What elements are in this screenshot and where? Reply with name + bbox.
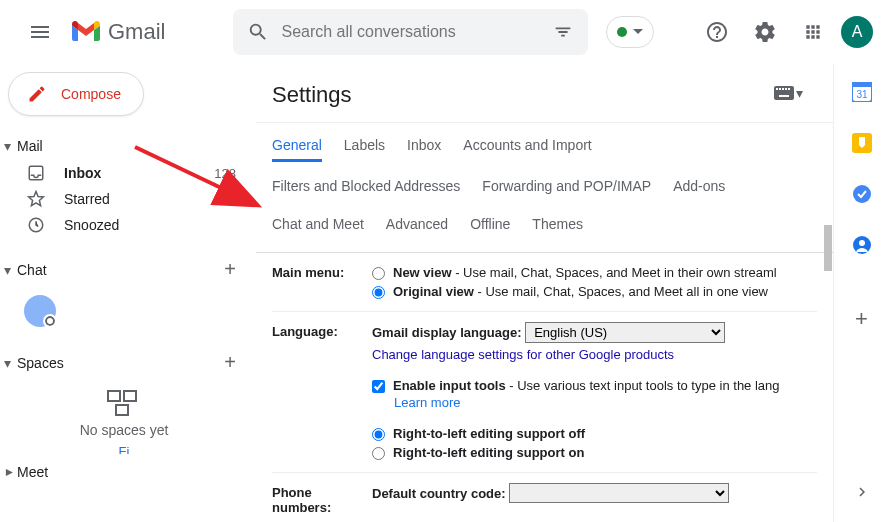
hamburger-icon [28,20,52,44]
tab-general[interactable]: General [272,137,322,162]
chevron-down-icon [633,27,643,37]
chat-contact-avatar[interactable] [24,295,56,327]
gmail-logo[interactable]: Gmail [72,19,165,45]
tab-inbox[interactable]: Inbox [407,137,441,162]
sidebar-item-snoozed[interactable]: Snoozed [0,212,248,238]
settings-button[interactable] [745,12,785,52]
radio-rtl-off[interactable] [372,428,385,441]
active-status-icon [617,27,627,37]
country-code-select[interactable] [509,483,729,503]
chevron-down-icon: ▾ [4,138,11,154]
checkbox-input-tools[interactable] [372,380,385,393]
calendar-app-icon[interactable]: 31 [852,82,872,105]
page-title: Settings [256,64,352,122]
tab-themes[interactable]: Themes [532,216,583,238]
radio-original-view[interactable] [372,286,385,299]
search-input[interactable] [281,23,540,41]
meet-section-header[interactable]: ▾ Meet [0,458,248,486]
svg-rect-6 [779,88,781,90]
sidebar-item-inbox[interactable]: Inbox 128 [0,160,248,186]
tab-offline[interactable]: Offline [470,216,510,238]
get-addons-button[interactable]: + [855,306,868,332]
tab-accounts[interactable]: Accounts and Import [463,137,591,162]
svg-rect-10 [779,95,789,97]
left-sidebar: Compose ▾ Mail Inbox 128 Starred Snoozed… [0,64,256,522]
google-apps-button[interactable] [793,12,833,52]
search-icon[interactable] [247,21,269,43]
learn-more-link[interactable]: Learn more [394,395,460,410]
gmail-icon [72,21,100,43]
setting-main-menu: Main menu: New view - Use mail, Chat, Sp… [272,253,817,312]
new-space-button[interactable]: + [224,351,236,374]
help-icon [705,20,729,44]
scrollbar-thumb[interactable] [824,225,832,271]
spaces-empty-state: No spaces yet Fi [0,380,248,454]
pencil-icon [27,84,47,104]
support-button[interactable] [697,12,737,52]
chat-section-header[interactable]: ▾ Chat + [0,252,248,287]
radio-new-view[interactable] [372,267,385,280]
tab-forwarding[interactable]: Forwarding and POP/IMAP [482,178,651,200]
change-language-link[interactable]: Change language settings for other Googl… [372,347,674,362]
tab-advanced[interactable]: Advanced [386,216,448,238]
main-menu-button[interactable] [16,8,64,56]
svg-rect-1 [108,391,120,401]
clock-icon [26,216,46,234]
gear-icon [753,20,777,44]
mail-section-header[interactable]: ▾ Mail [0,132,248,160]
input-tool-toggle[interactable]: ▾ [774,85,803,101]
spaces-section-header[interactable]: ▾ Spaces + [0,345,248,380]
svg-rect-8 [785,88,787,90]
svg-rect-5 [776,88,778,90]
compose-button[interactable]: Compose [8,72,144,116]
sidebar-item-starred[interactable]: Starred [0,186,248,212]
chevron-down-icon: ▾ [796,85,803,101]
keyboard-icon [774,86,794,100]
spaces-icon [0,390,248,416]
tab-filters[interactable]: Filters and Blocked Addresses [272,178,460,200]
new-chat-button[interactable]: + [224,258,236,281]
inbox-icon [26,164,46,182]
tab-labels[interactable]: Labels [344,137,385,162]
settings-main: Settings ▾ General Labels Inbox Accounts… [256,64,833,522]
chevron-down-icon: ▾ [4,262,11,278]
tasks-app-icon[interactable] [852,184,872,207]
svg-rect-2 [124,391,136,401]
tab-chat-meet[interactable]: Chat and Meet [272,216,364,238]
search-options-icon[interactable] [552,21,574,43]
radio-rtl-on[interactable] [372,447,385,460]
svg-rect-3 [116,405,128,415]
search-bar[interactable] [233,9,588,55]
settings-tabs: General Labels Inbox Accounts and Import… [256,122,833,252]
apps-grid-icon [803,22,823,42]
side-panel: 31 + [833,64,889,522]
setting-language: Language: Gmail display language: Englis… [272,312,817,473]
chevron-down-icon: ▾ [4,355,11,371]
contacts-app-icon[interactable] [852,235,872,258]
svg-rect-9 [788,88,790,90]
chevron-right-icon: ▾ [0,469,16,476]
svg-rect-12 [852,82,872,87]
star-icon [26,190,46,208]
app-header: Gmail A [0,0,889,64]
keep-app-icon[interactable] [852,133,872,156]
find-space-link[interactable]: Fi [0,444,248,454]
setting-phone: Phone numbers: Default country code: [272,473,817,522]
hide-sidepanel-button[interactable] [853,483,871,504]
app-name: Gmail [108,19,165,45]
settings-content: Main menu: New view - Use mail, Chat, Sp… [256,252,833,522]
svg-rect-7 [782,88,784,90]
svg-point-15 [853,185,871,203]
svg-text:31: 31 [856,89,868,100]
language-select[interactable]: English (US) [525,322,725,343]
svg-point-17 [859,240,865,246]
status-dropdown[interactable] [606,16,654,48]
account-avatar[interactable]: A [841,16,873,48]
tab-addons[interactable]: Add-ons [673,178,725,200]
